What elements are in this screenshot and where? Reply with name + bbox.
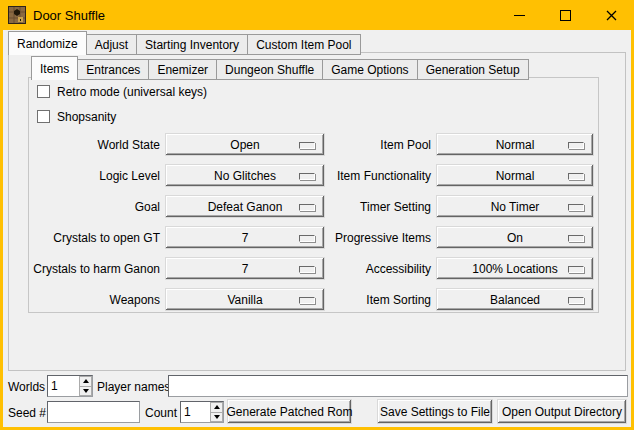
checkbox-icon [37, 85, 50, 98]
arrow-down-icon [214, 415, 220, 419]
arrow-up-icon [214, 405, 220, 409]
tab-custom-item-pool[interactable]: Custom Item Pool [247, 34, 360, 55]
door-app-icon [8, 6, 26, 24]
minimize-icon [514, 15, 525, 16]
crystals-open-gt-value: 7 [242, 231, 249, 245]
tab-dungeon-shuffle[interactable]: Dungeon Shuffle [216, 59, 323, 80]
accessibility-select[interactable]: 100% Locations [436, 257, 594, 280]
count-label: Count [145, 406, 177, 420]
timer-setting-label: Timer Setting [306, 200, 431, 214]
dropdown-indicator-icon [568, 204, 584, 211]
accessibility-label: Accessibility [306, 262, 431, 276]
main-tab-bar: Randomize Adjust Starting Inventory Cust… [8, 31, 361, 55]
generate-patched-rom-button[interactable]: Generate Patched Rom [227, 399, 352, 424]
world-state-label: World State [28, 138, 160, 152]
spin-up-button[interactable] [79, 376, 92, 387]
retro-mode-label: Retro mode (universal keys) [57, 85, 207, 99]
spin-down-button[interactable] [79, 387, 92, 397]
crystals-open-gt-label: Crystals to open GT [28, 231, 160, 245]
save-settings-button[interactable]: Save Settings to File [377, 399, 493, 424]
worlds-spinner[interactable] [47, 375, 93, 397]
tab-randomize[interactable]: Randomize [8, 31, 87, 55]
goal-label: Goal [28, 200, 160, 214]
door-shuffle-window: Door Shuffle Randomize Adjust Starting I… [0, 0, 634, 430]
weapons-label: Weapons [28, 293, 160, 307]
worlds-spin-buttons [79, 376, 92, 396]
timer-setting-select[interactable]: No Timer [436, 195, 594, 218]
weapons-value: Vanilla [227, 293, 262, 307]
logic-level-select[interactable]: No Glitches [165, 164, 325, 187]
spin-down-button[interactable] [210, 413, 223, 423]
maximize-button[interactable] [542, 0, 588, 30]
tab-entrances[interactable]: Entrances [77, 59, 149, 80]
item-functionality-value: Normal [496, 169, 535, 183]
tab-adjust[interactable]: Adjust [86, 34, 137, 55]
checkbox-icon [37, 110, 50, 123]
crystals-open-gt-select[interactable]: 7 [165, 226, 325, 249]
world-state-select[interactable]: Open [165, 133, 325, 156]
retro-mode-checkbox[interactable]: Retro mode (universal keys) [37, 84, 207, 99]
dropdown-indicator-icon [568, 142, 584, 149]
crystals-harm-ganon-value: 7 [242, 262, 249, 276]
progressive-items-value: On [507, 231, 523, 245]
timer-setting-value: No Timer [491, 200, 540, 214]
shopsanity-checkbox[interactable]: Shopsanity [37, 109, 116, 124]
crystals-harm-ganon-select[interactable]: 7 [165, 257, 325, 280]
item-sorting-label: Item Sorting [306, 293, 431, 307]
arrow-up-icon [83, 379, 89, 383]
open-output-directory-button[interactable]: Open Output Directory [497, 399, 627, 424]
count-spinner[interactable] [180, 401, 224, 423]
tab-game-options[interactable]: Game Options [322, 59, 417, 80]
item-functionality-label: Item Functionality [306, 169, 431, 183]
world-state-value: Open [230, 138, 259, 152]
dropdown-indicator-icon [568, 266, 584, 273]
tab-enemizer[interactable]: Enemizer [148, 59, 217, 80]
tab-starting-inventory[interactable]: Starting Inventory [136, 34, 248, 55]
logic-level-value: No Glitches [214, 169, 276, 183]
close-icon [606, 10, 617, 21]
worlds-label: Worlds [8, 380, 45, 394]
item-sorting-value: Balanced [490, 293, 540, 307]
spin-up-button[interactable] [210, 402, 223, 413]
minimize-button[interactable] [496, 0, 542, 30]
sub-tab-bar: Items Entrances Enemizer Dungeon Shuffle… [31, 56, 529, 80]
item-pool-value: Normal [496, 138, 535, 152]
tab-generation-setup[interactable]: Generation Setup [417, 59, 529, 80]
title-bar: Door Shuffle [0, 0, 634, 30]
count-spin-buttons [210, 402, 223, 422]
window-title: Door Shuffle [33, 8, 105, 23]
player-names-label: Player names [97, 380, 170, 394]
weapons-select[interactable]: Vanilla [165, 288, 325, 311]
progressive-items-label: Progressive Items [306, 231, 431, 245]
close-button[interactable] [588, 0, 634, 30]
item-functionality-select[interactable]: Normal [436, 164, 594, 187]
goal-select[interactable]: Defeat Ganon [165, 195, 325, 218]
count-input[interactable] [181, 402, 210, 422]
tab-items[interactable]: Items [31, 56, 78, 80]
progressive-items-select[interactable]: On [436, 226, 594, 249]
item-pool-label: Item Pool [306, 138, 431, 152]
maximize-icon [560, 10, 571, 21]
goal-value: Defeat Ganon [208, 200, 283, 214]
dropdown-indicator-icon [568, 297, 584, 304]
worlds-input[interactable] [48, 376, 79, 396]
logic-level-label: Logic Level [28, 169, 160, 183]
item-sorting-select[interactable]: Balanced [436, 288, 594, 311]
crystals-harm-ganon-label: Crystals to harm Ganon [28, 262, 160, 276]
seed-label: Seed # [8, 406, 46, 420]
seed-input[interactable] [47, 401, 140, 423]
dropdown-indicator-icon [568, 173, 584, 180]
dropdown-indicator-icon [568, 235, 584, 242]
player-names-input[interactable] [168, 375, 628, 397]
accessibility-value: 100% Locations [472, 262, 557, 276]
arrow-down-icon [83, 389, 89, 393]
item-pool-select[interactable]: Normal [436, 133, 594, 156]
shopsanity-label: Shopsanity [57, 110, 116, 124]
